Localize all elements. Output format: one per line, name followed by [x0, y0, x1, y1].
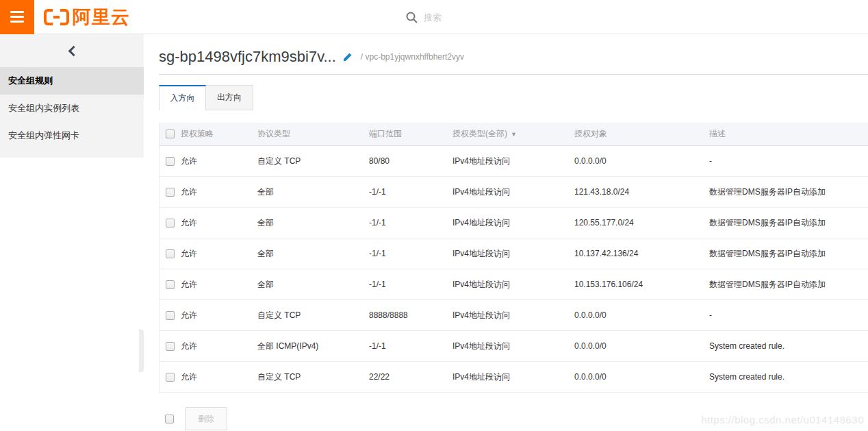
table-cell: 允许 [181, 310, 257, 321]
table-cell: IPv4地址段访问 [452, 310, 574, 321]
table-cell: 0.0.0.0/0 [574, 156, 709, 166]
hamburger-menu-button[interactable] [0, 0, 34, 34]
page-title: sg-bp1498vfjc7km9sbi7v... [159, 48, 336, 66]
row-select-cell [159, 249, 181, 258]
row-checkbox[interactable] [166, 157, 175, 166]
chevron-left-icon [68, 45, 79, 56]
column-header[interactable]: 授权类型(全部)▼ [452, 128, 574, 140]
table-cell: 全部 [257, 248, 369, 260]
table-cell: 10.137.42.136/24 [574, 249, 709, 258]
row-checkbox[interactable] [166, 311, 175, 320]
table-cell: IPv4地址段访问 [452, 217, 574, 229]
tab[interactable]: 出方向 [206, 85, 253, 110]
table-cell: - [709, 310, 868, 320]
select-all-checkbox[interactable] [166, 130, 175, 138]
logo-dash-icon [53, 16, 60, 19]
search-icon [406, 12, 418, 23]
table-cell: -1/-1 [369, 280, 452, 289]
edit-icon[interactable] [342, 52, 353, 62]
select-all-cell [159, 130, 181, 138]
row-checkbox[interactable] [166, 188, 175, 197]
table-cell: 121.43.18.0/24 [574, 187, 709, 197]
watermark: https://blog.csdn.net/u014148630 [701, 414, 864, 426]
security-rules-table: 授权策略协议类型端口范围授权类型(全部)▼授权对象描述 允许自定义 TCP80/… [159, 123, 868, 393]
sidebar-item[interactable]: 安全组规则 [0, 67, 144, 95]
table-header-row: 授权策略协议类型端口范围授权类型(全部)▼授权对象描述 [159, 123, 868, 146]
table-row: 允许全部-1/-1IPv4地址段访问10.153.176.106/24数据管理D… [159, 269, 868, 300]
table-cell: System created rule. [709, 372, 868, 382]
row-checkbox[interactable] [166, 219, 175, 227]
column-header: 描述 [709, 128, 868, 140]
table-row: 允许自定义 TCP80/80IPv4地址段访问0.0.0.0/0- [159, 146, 868, 177]
column-header: 授权对象 [574, 128, 709, 140]
table-cell: IPv4地址段访问 [452, 341, 574, 352]
sidebar-item[interactable]: 安全组内实例列表 [0, 95, 144, 122]
table-cell: 全部 [257, 279, 369, 291]
page-header: sg-bp1498vfjc7km9sbi7v... / vpc-bp1yjqwn… [159, 34, 868, 75]
table-cell: 允许 [181, 217, 257, 229]
table-cell: 允许 [181, 341, 257, 352]
table-cell: System created rule. [709, 341, 868, 351]
table-row: 允许全部-1/-1IPv4地址段访问121.43.18.0/24数据管理DMS服… [159, 177, 868, 208]
table-cell: 数据管理DMS服务器IP自动添加 [709, 186, 868, 198]
table-row: 允许全部 ICMP(IPv4)-1/-1IPv4地址段访问0.0.0.0/0Sy… [159, 331, 868, 362]
table-cell: 全部 ICMP(IPv4) [257, 341, 369, 352]
table-cell: -1/-1 [369, 341, 452, 351]
sidebar-back-button[interactable] [0, 34, 144, 67]
table-cell: 数据管理DMS服务器IP自动添加 [709, 279, 868, 291]
table-cell: 自定义 TCP [257, 371, 369, 383]
tab[interactable]: 入方向 [159, 85, 206, 110]
top-bar: 阿里云 [0, 0, 868, 34]
row-select-cell [159, 188, 181, 197]
table-cell: IPv4地址段访问 [452, 186, 574, 198]
table-row: 允许全部-1/-1IPv4地址段访问10.137.42.136/24数据管理DM… [159, 238, 868, 269]
row-checkbox[interactable] [166, 280, 175, 289]
row-select-cell [159, 311, 181, 320]
table-cell: 8888/8888 [369, 310, 452, 320]
table-row: 允许自定义 TCP8888/8888IPv4地址段访问0.0.0.0/0- [159, 300, 868, 331]
table-row: 允许自定义 TCP22/22IPv4地址段访问0.0.0.0/0System c… [159, 362, 868, 393]
direction-tabs: 入方向出方向 [159, 85, 868, 110]
table-row: 允许全部-1/-1IPv4地址段访问120.55.177.0/24数据管理DMS… [159, 208, 868, 238]
sidebar-item[interactable]: 安全组内弹性网卡 [0, 122, 144, 149]
table-cell: 22/22 [369, 372, 452, 382]
table-cell: 允许 [181, 371, 257, 383]
table-cell: -1/-1 [369, 249, 452, 258]
table-cell: IPv4地址段访问 [452, 279, 574, 291]
table-cell: 数据管理DMS服务器IP自动添加 [709, 248, 868, 260]
row-select-cell [159, 157, 181, 166]
row-checkbox[interactable] [166, 249, 175, 258]
table-cell: IPv4地址段访问 [452, 248, 574, 260]
aliyun-logo: 阿里云 [44, 5, 130, 29]
column-header: 协议类型 [257, 128, 369, 140]
row-select-cell [159, 280, 181, 289]
row-checkbox[interactable] [166, 373, 175, 382]
table-cell: 数据管理DMS服务器IP自动添加 [709, 217, 868, 229]
footer-select-checkbox[interactable] [165, 415, 174, 423]
brand-name: 阿里云 [73, 5, 130, 29]
delete-button[interactable]: 删除 [185, 407, 227, 430]
table-cell: -1/-1 [369, 187, 452, 197]
table-cell: 0.0.0.0/0 [574, 310, 709, 320]
column-header: 授权策略 [181, 128, 257, 140]
row-select-cell [159, 342, 181, 351]
logo-bracket-icon [60, 9, 69, 25]
row-checkbox[interactable] [166, 342, 175, 351]
table-cell: 允许 [181, 279, 257, 291]
table-cell: IPv4地址段访问 [452, 156, 574, 167]
row-select-cell [159, 219, 181, 227]
table-cell: 允许 [181, 186, 257, 198]
main-content: sg-bp1498vfjc7km9sbi7v... / vpc-bp1yjqwn… [144, 34, 868, 431]
filter-caret-icon[interactable]: ▼ [511, 131, 517, 138]
table-cell: 80/80 [369, 156, 452, 166]
global-search [406, 0, 547, 34]
table-cell: 0.0.0.0/0 [574, 341, 709, 351]
logo-bracket-icon [44, 9, 53, 25]
column-header: 端口范围 [369, 128, 452, 140]
table-cell: 自定义 TCP [257, 310, 369, 321]
table-cell: 0.0.0.0/0 [574, 372, 709, 382]
search-input[interactable] [424, 12, 547, 23]
table-cell: 120.55.177.0/24 [574, 218, 709, 227]
table-cell: 10.153.176.106/24 [574, 280, 709, 289]
table-cell: -1/-1 [369, 218, 452, 227]
